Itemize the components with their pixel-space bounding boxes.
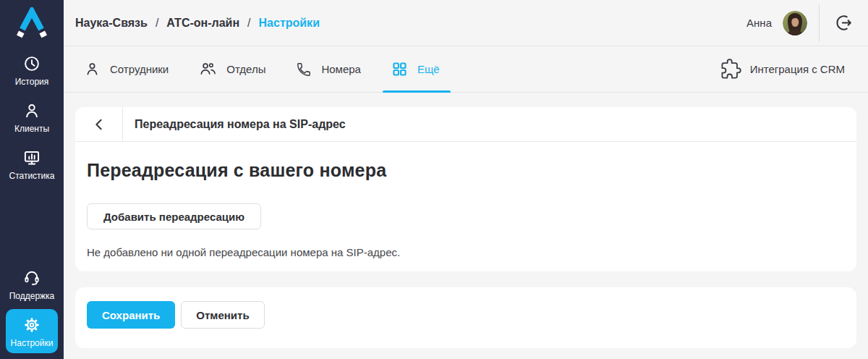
gear-icon [22, 316, 41, 334]
cancel-button[interactable]: Отменить [181, 301, 264, 329]
logout-icon [834, 13, 854, 33]
card-header: Переадресация номера на SIP-адрес [75, 107, 856, 142]
statistics-icon [22, 148, 41, 167]
header-user-area: Анна [746, 4, 856, 42]
sidebar-item-label: История [15, 77, 49, 87]
avatar[interactable] [783, 11, 807, 35]
grid-icon [391, 61, 408, 77]
person-icon [22, 101, 41, 120]
content-area: Переадресация номера на SIP-адрес Переад… [64, 93, 868, 359]
sidebar-item-label: Настройки [11, 338, 54, 348]
card-title: Переадресация номера на SIP-адрес [135, 118, 346, 131]
tab-bar: Сотрудники Отделы Номера [64, 46, 868, 93]
save-button[interactable]: Сохранить [87, 301, 175, 329]
tab-departments[interactable]: Отделы [199, 46, 265, 92]
sidebar-item-label: Статистика [9, 171, 54, 181]
breadcrumb: Наука-Связь / АТС-он-лайн / Настройки [75, 17, 320, 30]
headset-icon [22, 269, 41, 287]
back-button[interactable] [75, 107, 122, 141]
main-area: Наука-Связь / АТС-он-лайн / Настройки Ан… [64, 0, 868, 359]
sidebar-nav: История Клиенты Статистика [0, 46, 64, 359]
sidebar-item-clients[interactable]: Клиенты [6, 95, 58, 139]
chevron-left-icon [90, 116, 108, 133]
empty-state-text: Не добавлено ни одной переадресации номе… [87, 246, 845, 258]
card-header-divider [122, 107, 123, 141]
phone-icon [296, 62, 312, 77]
sidebar-item-statistics[interactable]: Статистика [6, 142, 58, 186]
breadcrumb-separator: / [156, 17, 158, 30]
tab-numbers[interactable]: Номера [296, 46, 361, 92]
actions-card: Сохранить Отменить [75, 287, 856, 348]
sidebar: История Клиенты Статистика [0, 0, 64, 359]
tab-label: Отделы [226, 63, 265, 75]
sidebar-item-history[interactable]: История [6, 48, 58, 92]
tab-label: Номера [321, 63, 361, 75]
section-title: Переадресация с вашего номера [87, 160, 845, 181]
add-forwarding-button[interactable]: Добавить переадресацию [87, 203, 261, 229]
forwarding-card: Переадресация номера на SIP-адрес Переад… [75, 107, 856, 271]
crm-tab-label: Интеграция с CRM [750, 63, 845, 75]
breadcrumb-separator: / [247, 17, 250, 30]
sidebar-item-label: Клиенты [14, 124, 49, 134]
top-header: Наука-Связь / АТС-он-лайн / Настройки Ан… [64, 0, 868, 46]
breadcrumb-item-product[interactable]: АТС-он-лайн [166, 17, 239, 30]
sidebar-item-settings[interactable]: Настройки [6, 309, 58, 353]
tab-employees[interactable]: Сотрудники [84, 46, 169, 92]
sidebar-spacer [0, 187, 64, 261]
tab-label: Сотрудники [110, 63, 169, 75]
person-icon [84, 61, 101, 77]
people-icon [199, 61, 217, 77]
avatar-photo [783, 11, 807, 35]
clock-icon [22, 54, 41, 73]
user-name: Анна [746, 17, 772, 29]
tab-crm-integration[interactable]: Интеграция с CRM [720, 46, 845, 92]
tab-more[interactable]: Ещё [391, 46, 440, 92]
breadcrumb-item-company[interactable]: Наука-Связь [75, 17, 148, 30]
brand-logo[interactable] [0, 0, 64, 46]
sidebar-item-support[interactable]: Поддержка [6, 262, 58, 306]
breadcrumb-item-current: Настройки [259, 17, 320, 30]
app-root: История Клиенты Статистика [0, 0, 868, 359]
tab-label: Ещё [417, 63, 440, 75]
card-body: Переадресация с вашего номера Добавить п… [75, 142, 856, 271]
logout-button[interactable] [831, 10, 856, 35]
sidebar-item-label: Поддержка [9, 291, 55, 301]
header-divider [819, 4, 820, 42]
nauka-svyaz-logo-icon [15, 7, 48, 39]
puzzle-icon [720, 59, 741, 80]
